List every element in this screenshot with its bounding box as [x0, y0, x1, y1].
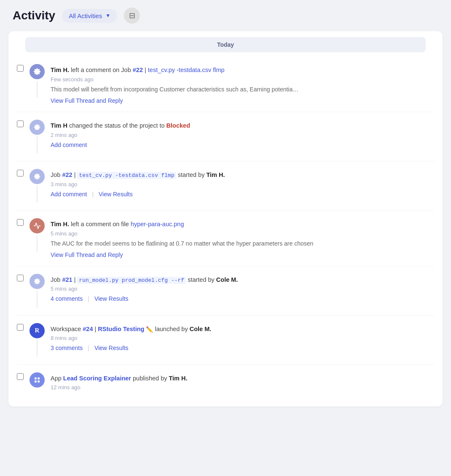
- action-links: Add comment | View Results: [51, 191, 434, 198]
- action-text: started by: [188, 276, 216, 283]
- action-links: View Full Thread and Reply: [51, 97, 434, 104]
- activity-list: Tim H. left a comment on Job #22 | test_…: [8, 56, 443, 398]
- svg-rect-4: [35, 377, 37, 380]
- workspace-name-link[interactable]: RStudio Testing: [98, 326, 144, 332]
- job-prefix: Job: [51, 276, 62, 283]
- chart-icon: [33, 222, 41, 230]
- activity-content: Tim H. left a comment on Job #22 | test_…: [51, 64, 434, 104]
- username: Tim H: [51, 122, 67, 129]
- view-toggle-button[interactable]: ⊟: [124, 8, 140, 24]
- view-thread-link[interactable]: View Full Thread and Reply: [51, 251, 123, 258]
- gear-icon: [34, 173, 40, 180]
- job-link[interactable]: #22: [62, 171, 72, 178]
- job-link[interactable]: #22: [133, 67, 143, 73]
- add-comment-link[interactable]: Add comment: [51, 191, 87, 198]
- page-title: Activity: [13, 9, 55, 22]
- comments-link[interactable]: 4 comments: [51, 295, 83, 302]
- app-prefix: App: [51, 375, 63, 382]
- avatar: [30, 372, 45, 388]
- action-text: published by: [133, 375, 169, 382]
- username: Tim H.: [169, 375, 188, 382]
- action-links: Add comment: [51, 142, 434, 148]
- activity-checkbox[interactable]: [17, 120, 24, 127]
- action-text: started by: [178, 171, 207, 178]
- timeline-line: [37, 340, 38, 357]
- view-results-link[interactable]: View Results: [94, 345, 129, 351]
- action-text: left a comment on Job: [71, 67, 133, 73]
- timestamp: 12 mins ago: [51, 384, 434, 390]
- activity-text: Tim H. left a comment on Job #22 | test_…: [51, 66, 434, 75]
- avatar: [30, 120, 45, 135]
- add-comment-link[interactable]: Add comment: [51, 142, 87, 148]
- activity-item: Job #22 | test_cv.py -testdata.csv flmp …: [17, 161, 434, 211]
- action-links: 3 comments | View Results: [51, 345, 434, 351]
- avatar: [30, 64, 45, 79]
- checkbox-wrap: [17, 64, 24, 73]
- activity-checkbox[interactable]: [17, 170, 24, 176]
- username: Cole M.: [216, 276, 238, 283]
- activity-text: Workspace #24 | RStudio Testing ✏️ launc…: [51, 325, 434, 334]
- activity-content: Tim H changed the status of the project …: [51, 120, 434, 148]
- columns-icon: ⊟: [129, 11, 135, 20]
- workspace-link[interactable]: #24: [83, 326, 93, 332]
- activity-item: Tim H changed the status of the project …: [17, 112, 434, 161]
- activity-checkbox[interactable]: [17, 219, 24, 226]
- svg-rect-7: [38, 380, 40, 382]
- avatar-col: [30, 64, 45, 98]
- avatar-col: [30, 274, 45, 308]
- activity-checkbox[interactable]: [17, 324, 24, 331]
- activity-checkbox[interactable]: [17, 373, 24, 380]
- status-blocked: Blocked: [166, 122, 190, 129]
- status-icon: [34, 124, 40, 131]
- username: Tim H.: [51, 221, 69, 227]
- file-link[interactable]: test_cv.py -testdata.csv flmp: [148, 67, 225, 73]
- checkbox-wrap: [17, 120, 24, 129]
- checkbox-wrap: [17, 218, 24, 227]
- activity-content: Workspace #24 | RStudio Testing ✏️ launc…: [51, 323, 434, 352]
- comment-body: The AUC for the model seems to be flatli…: [51, 239, 434, 248]
- username: Cole M.: [190, 326, 212, 332]
- timeline-line: [37, 136, 38, 153]
- username: Tim H.: [51, 67, 69, 73]
- gear-icon: [34, 278, 40, 285]
- svg-rect-5: [38, 377, 40, 380]
- app-link[interactable]: Lead Scoring Explainer: [63, 375, 131, 382]
- timeline-line: [37, 235, 38, 252]
- checkbox-wrap: [17, 323, 24, 332]
- comments-link[interactable]: 3 comments: [51, 345, 83, 351]
- activity-checkbox[interactable]: [17, 65, 24, 72]
- avatar: [30, 169, 45, 184]
- view-thread-link[interactable]: View Full Thread and Reply: [51, 97, 123, 104]
- action-links: View Full Thread and Reply: [51, 251, 434, 258]
- activity-content: Job #21 | run_model.py prod_model.cfg --…: [51, 274, 434, 302]
- view-results-link[interactable]: View Results: [99, 191, 133, 198]
- activity-content: App Lead Scoring Explainer published by …: [51, 372, 434, 391]
- filter-button[interactable]: All Activities ▼: [62, 9, 117, 23]
- timestamp: 3 mins ago: [51, 181, 434, 187]
- timeline-line: [37, 81, 38, 98]
- file-link[interactable]: hyper-para-auc.png: [131, 221, 184, 227]
- activity-content: Tim H. left a comment on file hyper-para…: [51, 218, 434, 258]
- filter-label: All Activities: [69, 12, 102, 19]
- job-link[interactable]: #21: [62, 276, 72, 283]
- view-results-link[interactable]: View Results: [94, 295, 129, 302]
- workspace-prefix: Workspace: [51, 326, 83, 332]
- avatar: [30, 274, 45, 289]
- timestamp: 5 mins ago: [51, 230, 434, 237]
- chevron-down-icon: ▼: [105, 13, 110, 19]
- checkbox-wrap: [17, 274, 24, 283]
- activity-text: Job #22 | test_cv.py -testdata.csv flmp …: [51, 171, 434, 180]
- activity-text: Tim H. left a comment on file hyper-para…: [51, 220, 434, 229]
- separator: |: [92, 191, 94, 198]
- svg-rect-6: [35, 380, 37, 382]
- job-command: run_model.py prod_model.cfg --rf: [77, 277, 186, 284]
- activity-checkbox[interactable]: [17, 275, 24, 281]
- timeline-line: [37, 291, 38, 308]
- checkbox-wrap: [17, 372, 24, 382]
- job-prefix: Job: [51, 171, 62, 178]
- avatar-col: [30, 218, 45, 252]
- page-header: Activity All Activities ▼ ⊟: [0, 0, 451, 31]
- action-links: 4 comments | View Results: [51, 295, 434, 302]
- gear-icon: [33, 68, 41, 75]
- timestamp: Few seconds ago: [51, 76, 434, 83]
